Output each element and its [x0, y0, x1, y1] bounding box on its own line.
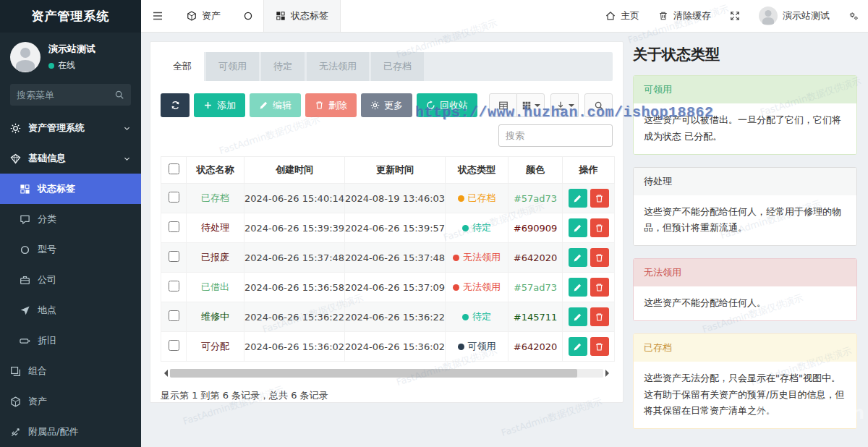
filter-tab-待定[interactable]: 待定	[261, 52, 305, 81]
created-time-cell: 2024-06-26 15:39:39	[244, 213, 345, 243]
sidebar-item-附属品/配件[interactable]: 附属品/配件	[0, 417, 141, 447]
cube-icon	[10, 396, 21, 407]
sidebar-item-组合[interactable]: 组合	[0, 356, 141, 386]
row-edit-button[interactable]	[569, 307, 587, 326]
user-menu[interactable]: 演示站测试	[749, 0, 839, 32]
navbar-user-label: 演示站测试	[783, 9, 830, 22]
scroll-right-icon[interactable]	[605, 370, 613, 377]
nav-tab-资产[interactable]: 资产	[174, 0, 233, 32]
user-status-label: 在线	[58, 59, 75, 72]
detail-view-button[interactable]	[489, 93, 517, 117]
search-toggle-button[interactable]	[584, 93, 613, 117]
hamburger-icon[interactable]	[141, 0, 174, 32]
status-type-label: 待定	[472, 222, 491, 233]
column-header-状态类型[interactable]: 状态类型	[446, 157, 509, 184]
nav-tab-blank[interactable]	[233, 0, 263, 32]
sidebar-item-基础信息[interactable]: 基础信息	[0, 143, 141, 174]
sidebar-item-资产管理系统[interactable]: 资产管理系统	[0, 113, 141, 143]
location-arrow-icon	[20, 305, 30, 316]
select-all-checkbox[interactable]	[169, 163, 179, 174]
sidebar-item-型号[interactable]: 型号	[0, 234, 141, 265]
filter-tab-可领用[interactable]: 可领用	[206, 52, 259, 81]
row-checkbox[interactable]	[169, 340, 179, 351]
status-type-cards: 可领用这些资产可以被借出。一旦分配了它们，它们将成为状态 已分配。待处理这些资产…	[633, 75, 857, 429]
row-select-cell	[161, 273, 187, 302]
row-delete-button[interactable]	[590, 189, 609, 208]
table-row: 维修中2024-06-26 15:36:222024-06-26 15:36:2…	[161, 302, 615, 332]
row-delete-button[interactable]	[590, 248, 609, 267]
color-hex-cell: #145711	[509, 302, 563, 332]
status-type-card-可领用: 可领用这些资产可以被借出。一旦分配了它们，它们将成为状态 已分配。	[633, 75, 857, 155]
sidebar-item-label: 资产管理系统	[28, 122, 85, 135]
clear-cache-link[interactable]: 清除缓存	[649, 0, 720, 32]
column-header-创建时间[interactable]: 创建时间	[244, 157, 345, 184]
row-delete-button[interactable]	[590, 307, 609, 326]
row-checkbox[interactable]	[169, 310, 179, 321]
sidebar-item-折旧[interactable]: 折旧	[0, 325, 141, 356]
more-button[interactable]: 更多	[361, 93, 412, 117]
scrollbar-track[interactable]	[170, 369, 603, 378]
quick-search-input[interactable]	[498, 124, 613, 147]
filter-tab-全部[interactable]: 全部	[161, 52, 204, 81]
recycle-bin-button[interactable]: 回收站	[417, 93, 477, 117]
filter-tab-无法领用[interactable]: 无法领用	[307, 52, 369, 81]
status-type-label: 无法领用	[463, 252, 501, 263]
filter-tabs: 全部可领用待定无法领用已存档	[161, 52, 613, 81]
row-checkbox[interactable]	[169, 221, 179, 232]
export-dropdown-button[interactable]	[550, 93, 579, 117]
scrollbar-thumb[interactable]	[170, 369, 577, 378]
nav-tab-状态标签[interactable]: 状态标签	[263, 0, 341, 32]
delete-button[interactable]: 删除	[305, 93, 357, 117]
column-header-颜色[interactable]: 颜色	[509, 157, 563, 184]
recycle-label: 回收站	[440, 99, 468, 112]
card-title: 待处理	[634, 168, 856, 195]
user-status: 在线	[48, 59, 95, 72]
row-checkbox[interactable]	[169, 192, 179, 203]
search-icon[interactable]	[114, 90, 124, 100]
row-delete-button[interactable]	[590, 278, 609, 297]
sidebar-item-公司[interactable]: 公司	[0, 265, 141, 295]
card-body: 这些资产不能分配给任何人，经常用于修理的物品，但预计将重新流通。	[634, 195, 856, 246]
add-button[interactable]: 添加	[194, 93, 245, 117]
status-type-label: 可领用	[468, 341, 496, 352]
fullscreen-button[interactable]	[720, 0, 749, 32]
status-type-label: 无法领用	[463, 281, 501, 292]
filter-tab-已存档[interactable]: 已存档	[371, 52, 424, 81]
row-delete-button[interactable]	[590, 337, 609, 356]
row-delete-button[interactable]	[590, 218, 609, 237]
table-row: 已报废2024-06-26 15:37:482024-06-26 15:37:4…	[161, 243, 615, 273]
columns-dropdown-button[interactable]	[516, 93, 545, 117]
column-header-操作[interactable]: 操作	[563, 157, 615, 184]
sidebar-item-label: 组合	[28, 365, 47, 378]
row-edit-button[interactable]	[569, 189, 587, 208]
refresh-button[interactable]	[161, 93, 190, 117]
status-type-cell: 无法领用	[446, 243, 509, 273]
row-edit-button[interactable]	[569, 278, 587, 297]
column-header-更新时间[interactable]: 更新时间	[345, 157, 446, 184]
edit-button[interactable]: 编辑	[250, 93, 301, 117]
row-checkbox[interactable]	[169, 251, 179, 262]
status-dot-icon	[462, 225, 469, 231]
th-large-icon	[20, 184, 30, 195]
add-label: 添加	[217, 99, 236, 112]
sidebar-item-地点[interactable]: 地点	[0, 295, 141, 325]
status-dot-icon	[458, 344, 464, 350]
navbar-avatar	[759, 7, 778, 25]
navbar-right: 主页 清除缓存 演示站测试	[596, 0, 868, 32]
row-edit-button[interactable]	[569, 248, 587, 267]
settings-button[interactable]	[839, 0, 868, 32]
row-checkbox[interactable]	[169, 281, 179, 291]
home-link[interactable]: 主页	[596, 0, 649, 32]
row-edit-button[interactable]	[569, 337, 587, 356]
updated-time-cell: 2024-08-19 13:46:03	[345, 184, 446, 213]
sidebar-item-label: 资产	[28, 395, 47, 408]
scroll-left-icon[interactable]	[161, 370, 168, 377]
column-header-状态名称[interactable]: 状态名称	[187, 157, 244, 184]
status-name-cell: 维修中	[187, 302, 244, 332]
menu-search-input[interactable]	[17, 90, 114, 101]
card-body: 这些资产无法分配，只会显示在"存档"视图中。这有助于保留有关资产的预算/历史目的…	[634, 362, 856, 428]
sidebar-item-资产[interactable]: 资产	[0, 386, 141, 417]
sidebar-item-分类[interactable]: 分类	[0, 204, 141, 234]
row-edit-button[interactable]	[569, 218, 587, 237]
sidebar-item-状态标签[interactable]: 状态标签	[0, 174, 141, 204]
